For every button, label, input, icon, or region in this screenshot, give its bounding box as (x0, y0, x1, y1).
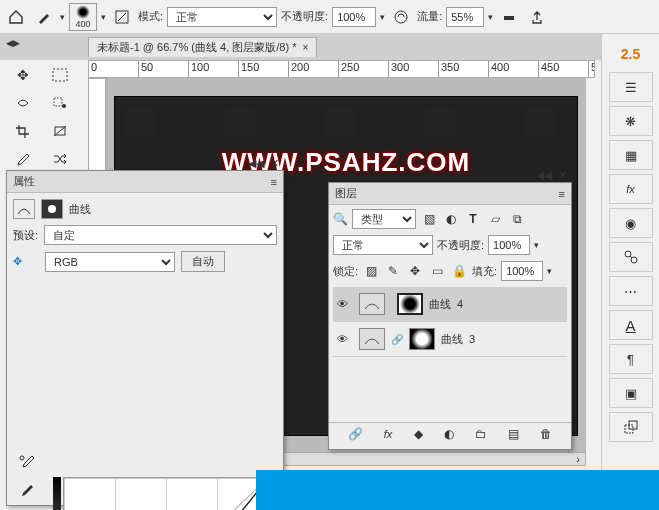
character-panel-icon[interactable]: A (609, 310, 653, 340)
opacity-input[interactable] (332, 7, 376, 27)
layer-opacity-input[interactable] (488, 235, 530, 255)
document-tab[interactable]: 未标题-1 @ 66.7% (曲线 4, 图层蒙版/8) * × (88, 37, 317, 57)
lock-artboard-icon[interactable]: ▭ (428, 262, 446, 280)
chevron-down-icon[interactable]: ▾ (534, 240, 539, 250)
chevron-down-icon[interactable]: ▾ (101, 12, 106, 22)
paragraph-panel-icon[interactable]: ¶ (609, 344, 653, 374)
lock-label: 锁定: (333, 264, 358, 279)
mask-link-icon[interactable]: 🔗 (391, 334, 403, 345)
mask-icon[interactable] (41, 199, 63, 219)
chevron-down-icon[interactable]: ▾ (60, 12, 65, 22)
collapse-icon[interactable]: ◀◀ (536, 169, 552, 182)
filter-shape-icon[interactable]: ▱ (486, 210, 504, 228)
lasso-tool-icon[interactable] (6, 90, 40, 116)
lock-all-icon[interactable]: 🔒 (450, 262, 468, 280)
brush-size-value: 400 (75, 19, 90, 29)
close-tab-icon[interactable]: × (302, 42, 308, 53)
new-adjustment-icon[interactable]: ◐ (444, 427, 454, 441)
channel-picker-icon[interactable]: ✥ (13, 255, 39, 268)
layer-name: 曲线 (429, 297, 451, 312)
chevron-down-icon[interactable]: ▾ (547, 266, 552, 276)
add-mask-icon[interactable]: ◆ (414, 427, 423, 441)
layer-fill-input[interactable] (501, 261, 543, 281)
layers-header[interactable]: 图层 ≡ (329, 183, 571, 205)
color-panel-icon[interactable]: ❋ (609, 106, 653, 136)
libraries-panel-icon[interactable] (609, 412, 653, 442)
layers-panel: ◀◀ ✕ 图层 ≡ 🔍 类型 ▧ ◐ T ▱ ⧉ 正常 不透明度: ▾ 锁定: … (328, 182, 572, 450)
visibility-toggle-icon[interactable]: 👁 (337, 333, 353, 345)
close-icon[interactable]: ✕ (558, 169, 567, 182)
filter-adjust-icon[interactable]: ◐ (442, 210, 460, 228)
chevron-down-icon[interactable]: ▾ (380, 12, 385, 22)
adjustment-name: 曲线 (69, 202, 91, 217)
lock-transparent-icon[interactable]: ▨ (362, 262, 380, 280)
svg-point-5 (62, 104, 66, 108)
close-icon[interactable]: ✕ (270, 157, 279, 170)
lock-pixels-icon[interactable]: ✎ (384, 262, 402, 280)
delete-layer-icon[interactable]: 🗑 (540, 427, 552, 441)
curves-graph[interactable] (63, 477, 269, 510)
brush-preset-picker[interactable]: 400 (69, 3, 97, 31)
panel-menu-icon[interactable]: ≡ (559, 188, 565, 200)
airbrush-icon[interactable] (497, 5, 521, 29)
link-layers-icon[interactable]: 🔗 (348, 427, 363, 441)
brush-panel-icon[interactable] (110, 5, 134, 29)
marquee-tool-icon[interactable] (43, 62, 77, 88)
curve-line[interactable] (64, 478, 268, 510)
auto-button[interactable]: 自动 (181, 251, 225, 272)
filter-smart-icon[interactable]: ⧉ (508, 210, 526, 228)
share-icon[interactable] (525, 5, 549, 29)
adjustment-thumb-icon (359, 293, 385, 315)
layer-row[interactable]: 👁 曲线 4 (333, 287, 567, 322)
adjustments-panel-icon[interactable]: ◉ (609, 208, 653, 238)
home-icon[interactable] (4, 5, 28, 29)
layers-panel-icon[interactable]: ▣ (609, 378, 653, 408)
move-tool-icon[interactable]: ✥ (6, 62, 40, 88)
filter-pixel-icon[interactable]: ▧ (420, 210, 438, 228)
preset-select[interactable]: 自定 (44, 225, 277, 245)
filter-type-select[interactable]: 类型 (352, 209, 416, 229)
swatches-panel-icon[interactable]: ▦ (609, 140, 653, 170)
scroll-right-icon[interactable]: › (571, 453, 585, 465)
eyedropper-tool-icon[interactable] (6, 146, 40, 172)
opacity-label: 不透明度: (281, 9, 328, 24)
shuffle-tool-icon[interactable] (43, 146, 77, 172)
target-adjust-icon[interactable] (13, 451, 41, 473)
chevron-down-icon[interactable]: ▾ (488, 12, 493, 22)
layer-mask-thumb[interactable] (409, 328, 435, 350)
layer-row[interactable]: 👁 🔗 曲线 3 (333, 322, 567, 357)
document-tab-bar: 未标题-1 @ 66.7% (曲线 4, 图层蒙版/8) * × (0, 34, 659, 60)
brush-tool-icon[interactable] (32, 5, 56, 29)
adjustment-thumb-icon (359, 328, 385, 350)
lock-position-icon[interactable]: ✥ (406, 262, 424, 280)
horizontal-ruler: 0501001502002503003504004505005506006507… (88, 60, 595, 78)
new-layer-icon[interactable]: ▤ (508, 427, 519, 441)
filter-type-icon[interactable]: T (464, 210, 482, 228)
panel-menu-icon[interactable]: ≡ (271, 176, 277, 188)
brushes-panel-icon[interactable]: ⋯ (609, 276, 653, 306)
search-icon[interactable]: 🔍 (333, 212, 348, 226)
channel-select[interactable]: RGB (45, 252, 175, 272)
properties-header[interactable]: 属性 ≡ (7, 171, 283, 193)
collapse-icon[interactable]: ◀◀ (248, 157, 264, 170)
styles-panel-icon[interactable]: fx (609, 174, 653, 204)
properties-title: 属性 (13, 174, 35, 189)
mode-label: 模式: (138, 9, 163, 24)
quick-select-tool-icon[interactable] (43, 90, 77, 116)
collapse-toggle-icon[interactable]: ◀▶ (6, 38, 20, 48)
svg-point-14 (20, 456, 24, 460)
layer-mask-thumb[interactable] (397, 293, 423, 315)
crop-tool-icon[interactable] (6, 118, 40, 144)
new-group-icon[interactable]: 🗀 (475, 427, 487, 441)
pressure-opacity-icon[interactable] (389, 5, 413, 29)
slice-tool-icon[interactable] (43, 118, 77, 144)
layer-fx-icon[interactable]: fx (384, 427, 393, 441)
visibility-toggle-icon[interactable]: 👁 (337, 298, 353, 310)
preset-label: 预设: (13, 228, 38, 243)
layer-blend-select[interactable]: 正常 (333, 235, 433, 255)
actions-panel-icon[interactable] (609, 242, 653, 272)
flow-input[interactable] (446, 7, 484, 27)
black-point-eyedropper-icon[interactable] (13, 479, 41, 501)
history-panel-icon[interactable]: ☰ (609, 72, 653, 102)
blend-mode-select[interactable]: 正常 (167, 7, 277, 27)
